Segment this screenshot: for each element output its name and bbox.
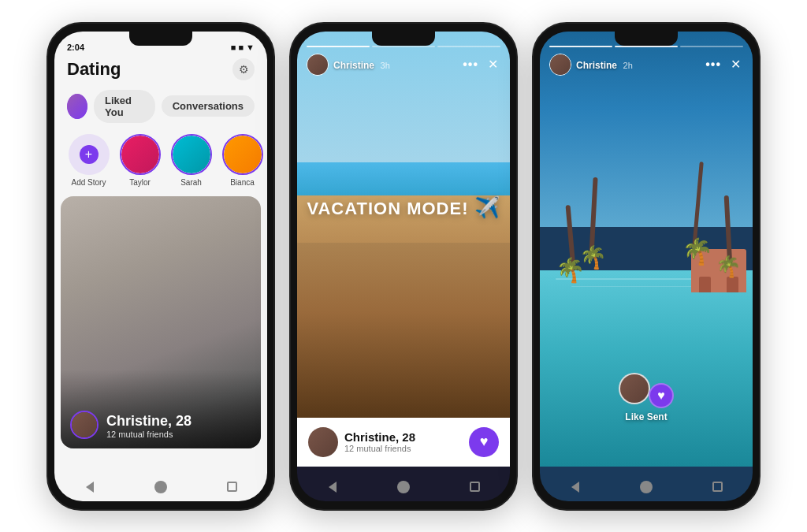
home-icon-3	[640, 481, 653, 493]
notch-2	[372, 32, 435, 46]
profile-info-text: Christine, 28 12 mutual friends	[106, 413, 192, 439]
app-title: Dating	[67, 59, 121, 80]
wifi-icon: ▼	[246, 43, 255, 52]
story-bottom-2: Christine, 28 12 mutual friends ♥	[297, 418, 510, 467]
sarah-label: Sarah	[180, 178, 202, 187]
story-header-2: Christine 3h ••• ✕	[307, 54, 500, 76]
story-time-3: 2h	[620, 61, 632, 70]
like-sent-user-avatar	[619, 373, 650, 404]
story-bianca[interactable]: Bianca	[221, 134, 264, 187]
story-profile-2: Christine, 28 12 mutual friends	[308, 427, 415, 457]
like-heart-button-2[interactable]: ♥	[469, 427, 499, 457]
add-story-item[interactable]: + Add Story	[67, 134, 110, 187]
profile-name: Christine, 28	[106, 413, 192, 430]
status-icons: ■ ■ ▼	[231, 43, 255, 52]
progress-2	[372, 46, 435, 47]
phone-1: 2:04 ■ ■ ▼ Dating ⚙ Liked You Conversati…	[46, 22, 275, 511]
nav-bar-3	[540, 473, 753, 501]
airplane-emoji: ✈️	[474, 195, 500, 219]
story-close-button-3[interactable]: ✕	[727, 57, 743, 73]
stories-row: + Add Story Taylor Sarah	[54, 131, 267, 196]
story-top-bar-3: Christine 2h ••• ✕	[549, 46, 743, 76]
story-more-button-3[interactable]: •••	[705, 58, 721, 72]
like-sent-overlay: ♥ Like Sent	[619, 369, 674, 422]
story-taylor[interactable]: Taylor	[118, 134, 162, 187]
nav-bar-1	[54, 473, 267, 501]
phone-2: Christine 3h ••• ✕ VACATION MODE! ✈️	[289, 22, 518, 511]
settings-button[interactable]: ⚙	[232, 58, 255, 80]
story-user-info-3: Christine 2h	[549, 54, 633, 76]
profile-mini-avatar	[70, 411, 99, 439]
story-user-avatar-3	[549, 54, 571, 76]
vacation-overlay: VACATION MODE! ✈️	[307, 195, 500, 220]
app-header: Dating ⚙	[54, 55, 267, 87]
back-icon-2	[329, 482, 337, 493]
progress-3-1	[549, 46, 612, 47]
taylor-label: Taylor	[129, 178, 151, 187]
story-more-button-2[interactable]: •••	[463, 58, 478, 72]
story-view-2: Christine 3h ••• ✕ VACATION MODE! ✈️	[297, 32, 510, 501]
palm-top-2: 🌴	[579, 244, 607, 270]
palm-top-4: 🌴	[682, 236, 713, 266]
recents-button-1[interactable]	[223, 478, 240, 496]
home-button-3[interactable]	[638, 478, 655, 496]
add-story-label: Add Story	[72, 178, 106, 187]
recents-icon-1	[227, 482, 237, 492]
profile-mutual: 12 mutual friends	[106, 430, 192, 439]
story-profile-name-2: Christine, 28	[344, 430, 415, 444]
conversations-tab[interactable]: Conversations	[162, 95, 255, 117]
recents-button-3[interactable]	[708, 478, 726, 496]
plus-icon: +	[80, 145, 99, 164]
phone1-screen: 2:04 ■ ■ ▼ Dating ⚙ Liked You Conversati…	[54, 32, 267, 501]
recents-button-2[interactable]	[466, 478, 483, 496]
like-sent-heart-badge: ♥	[649, 383, 674, 408]
story-profile-text-2: Christine, 28 12 mutual friends	[344, 430, 415, 453]
women-figures	[297, 195, 510, 430]
story-username-2: Christine	[333, 60, 374, 71]
story-time-2: 3h	[377, 61, 389, 70]
phone3-screen: 🌴 🌴 🌴 🌴	[540, 32, 753, 501]
back-icon-3	[571, 482, 579, 493]
signal-icon: ■	[238, 43, 244, 52]
back-button-1[interactable]	[81, 478, 99, 496]
like-sent-avatars: ♥	[619, 369, 674, 408]
progress-1	[307, 46, 370, 47]
story-sarah[interactable]: Sarah	[169, 134, 213, 187]
progress-3-3	[680, 46, 743, 47]
home-icon-2	[397, 481, 410, 493]
story-progress-3	[549, 46, 743, 47]
recents-icon-3	[712, 482, 723, 492]
story-actions-2: ••• ✕	[463, 57, 500, 73]
back-button-2[interactable]	[324, 478, 341, 496]
palm-2: 🌴	[579, 177, 607, 270]
palm-3: 🌴	[716, 195, 741, 279]
palm-4: 🌴	[682, 162, 713, 266]
home-button-1[interactable]	[152, 478, 169, 496]
like-sent-label: Like Sent	[625, 411, 667, 422]
home-button-2[interactable]	[395, 478, 412, 496]
story-profile-avatar-2	[308, 427, 338, 457]
profile-card[interactable]: Christine, 28 12 mutual friends	[61, 196, 261, 448]
story-profile-mutual-2: 12 mutual friends	[344, 444, 415, 453]
progress-3-2	[615, 46, 678, 47]
battery-icon: ■	[231, 43, 236, 52]
nav-bar-2	[297, 473, 510, 501]
taylor-avatar	[120, 134, 161, 175]
status-time: 2:04	[67, 43, 84, 52]
bianca-avatar	[222, 134, 263, 175]
back-button-3[interactable]	[567, 478, 584, 496]
palm-top-3: 🌴	[716, 255, 741, 279]
story-user-text-2: Christine 3h	[333, 58, 390, 72]
story-close-button-2[interactable]: ✕	[485, 57, 500, 73]
user-avatar-tab	[67, 94, 87, 119]
notch-3	[615, 32, 678, 46]
vacation-text: VACATION MODE!	[307, 199, 468, 218]
tab-bar: Liked You Conversations	[54, 87, 267, 131]
notch-1	[129, 32, 192, 46]
liked-you-tab[interactable]: Liked You	[94, 90, 155, 123]
story-top-bar-2: Christine 3h ••• ✕	[307, 46, 500, 76]
add-story-circle: +	[69, 134, 110, 175]
story-header-3: Christine 2h ••• ✕	[549, 54, 743, 76]
story-view-3: 🌴 🌴 🌴 🌴	[540, 32, 753, 501]
story-user-avatar-2	[307, 54, 329, 76]
